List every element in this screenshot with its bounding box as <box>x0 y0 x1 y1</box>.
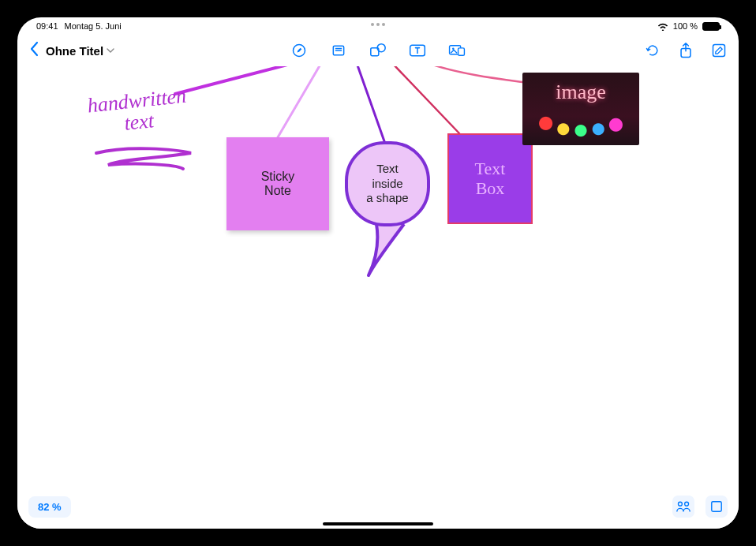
freeform-canvas[interactable]: handwritten text Sticky Note Text inside… <box>17 66 739 529</box>
navigator-button[interactable] <box>705 496 728 518</box>
status-bar: 09:41 Montag 5. Juni 100 % <box>17 17 739 35</box>
text-box-tool-button[interactable] <box>409 42 426 59</box>
chevron-down-icon <box>107 47 114 55</box>
pen-tool-button[interactable] <box>290 42 308 59</box>
board-title-text: Ohne Titel <box>46 44 103 58</box>
inserted-image-label: image <box>556 80 606 104</box>
back-button[interactable] <box>28 41 39 60</box>
status-date: Montag 5. Juni <box>65 21 122 31</box>
wifi-icon <box>657 22 668 31</box>
sticky-note-text: Sticky Note <box>261 170 295 198</box>
multitask-handle[interactable] <box>371 23 385 26</box>
svg-point-13 <box>685 502 689 506</box>
speech-bubble-text: Text inside a shape <box>366 162 408 206</box>
sticky-note[interactable]: Sticky Note <box>226 137 329 230</box>
inserted-image[interactable]: image <box>522 73 639 145</box>
speech-bubble-shape[interactable]: Text inside a shape <box>345 141 430 226</box>
home-indicator[interactable] <box>323 522 433 525</box>
new-board-button[interactable] <box>710 42 728 59</box>
share-button[interactable] <box>677 42 694 59</box>
battery-text: 100 % <box>673 21 698 31</box>
text-box[interactable]: Text Box <box>447 133 533 224</box>
media-tool-button[interactable] <box>448 42 466 59</box>
collaborators-button[interactable] <box>672 496 694 518</box>
status-time: 09:41 <box>36 21 58 31</box>
svg-rect-14 <box>712 502 721 511</box>
sticky-note-tool-button[interactable] <box>330 42 347 59</box>
handwritten-text[interactable]: handwritten text <box>86 85 189 138</box>
board-title-menu[interactable]: Ohne Titel <box>46 44 114 58</box>
handwritten-text-content: handwritten text <box>86 84 187 136</box>
svg-point-12 <box>678 502 682 506</box>
zoom-level-text: 82 % <box>38 501 62 513</box>
text-box-text: Text Box <box>475 159 506 197</box>
svg-rect-11 <box>713 45 725 57</box>
battery-icon <box>702 22 720 31</box>
zoom-level-button[interactable]: 82 % <box>28 496 71 518</box>
shape-tool-button[interactable] <box>369 42 387 59</box>
app-toolbar: Ohne Titel <box>17 35 739 66</box>
undo-button[interactable] <box>644 42 661 59</box>
svg-rect-9 <box>458 48 465 55</box>
